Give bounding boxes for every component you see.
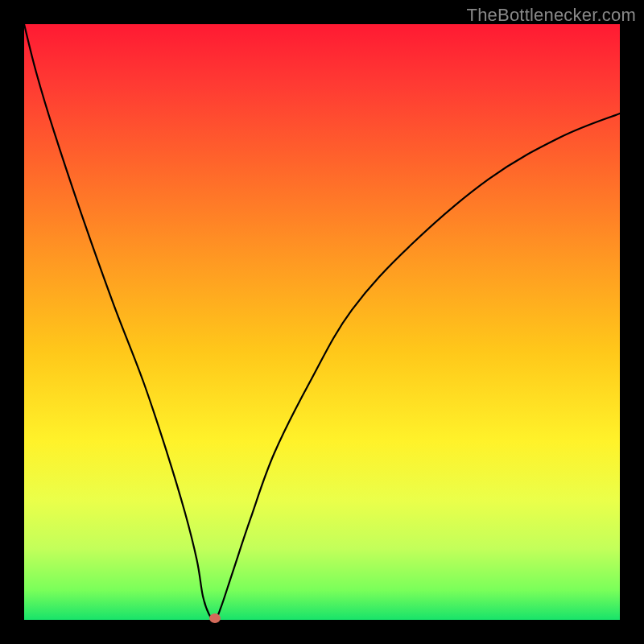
plot-area — [24, 24, 620, 620]
bottleneck-curve — [24, 24, 620, 620]
chart-frame: TheBottlenecker.com — [0, 0, 644, 644]
watermark-text: TheBottlenecker.com — [467, 5, 636, 26]
minimum-marker — [209, 613, 221, 623]
